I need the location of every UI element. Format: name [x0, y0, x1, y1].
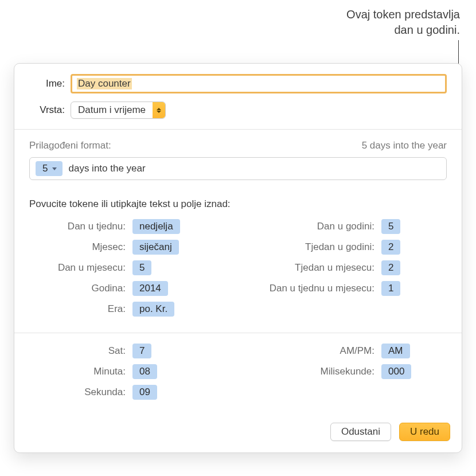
label-era: Era: — [29, 303, 132, 315]
custom-format-dialog: Ime: Day counter Vrsta: Datum i vrijeme … — [14, 63, 462, 453]
date-tokens-section: Povucite tokene ili utipkajte tekst u po… — [14, 190, 462, 333]
token-day-of-week[interactable]: nedjelja — [132, 219, 180, 234]
label-day-of-year: Dan u godini: — [249, 221, 381, 232]
label-millis: Milisekunde: — [249, 366, 381, 377]
format-preview: 5 days into the year — [362, 140, 447, 151]
token-ampm[interactable]: AM — [381, 344, 410, 358]
callout-text: Ovaj token predstavlja dan u godini. — [346, 7, 460, 38]
label-week-of-year: Tjedan u godini: — [249, 241, 381, 253]
type-select[interactable]: Datum i vrijeme — [71, 102, 166, 119]
token-month[interactable]: siječanj — [132, 240, 179, 255]
header-section: Ime: Day counter Vrsta: Datum i vrijeme — [14, 64, 462, 129]
token-hour[interactable]: 7 — [132, 344, 151, 358]
label-week-of-month: Tjedan u mjesecu: — [249, 262, 381, 274]
label-month: Mjesec: — [29, 241, 132, 253]
label-minute: Minuta: — [29, 366, 132, 377]
token-day-of-month[interactable]: 5 — [132, 260, 151, 275]
cancel-button[interactable]: Odustani — [330, 423, 391, 441]
dialog-footer: Odustani U redu — [14, 416, 462, 452]
format-token-day-of-year[interactable]: 5 — [36, 161, 63, 176]
time-tokens-left: Sat:7 Minuta:08 Sekunda:09 — [29, 344, 227, 405]
format-token-value: 5 — [42, 163, 48, 174]
format-suffix-text: days into the year — [68, 163, 145, 174]
time-tokens-section: Sat:7 Minuta:08 Sekunda:09 AM/PM:AM Mili… — [14, 333, 462, 416]
format-label: Prilagođeni format: — [29, 140, 111, 151]
token-era[interactable]: po. Kr. — [132, 302, 174, 317]
label-ampm: AM/PM: — [249, 345, 381, 357]
token-year[interactable]: 2014 — [132, 281, 168, 296]
label-day-of-week: Dan u tjednu: — [29, 221, 132, 232]
date-tokens-right: Dan u godini:5 Tjedan u godini:2 Tjedan … — [249, 219, 447, 322]
label-second: Sekunda: — [29, 387, 132, 398]
name-label: Ime: — [29, 78, 71, 89]
label-year: Godina: — [29, 283, 132, 294]
token-second[interactable]: 09 — [132, 385, 157, 400]
token-millis[interactable]: 000 — [381, 364, 411, 379]
format-section: Prilagođeni format: 5 days into the year… — [14, 129, 462, 190]
type-select-value: Datum i vrijeme — [71, 104, 153, 116]
label-hour: Sat: — [29, 345, 132, 357]
date-tokens-left: Dan u tjednu:nedjelja Mjesec:siječanj Da… — [29, 219, 227, 322]
label-day-of-month: Dan u mjesecu: — [29, 262, 132, 274]
callout-line1: Ovaj token predstavlja — [346, 7, 460, 22]
time-tokens-right: AM/PM:AM Milisekunde:000 — [249, 344, 447, 405]
token-week-of-year[interactable]: 2 — [381, 240, 400, 255]
format-field[interactable]: 5 days into the year — [29, 157, 447, 180]
callout-line2: dan u godini. — [346, 22, 460, 38]
updown-icon — [153, 102, 165, 118]
chevron-down-icon — [52, 167, 57, 170]
name-input-value: Day counter — [77, 78, 132, 89]
ok-button[interactable]: U redu — [399, 423, 450, 441]
label-dow-in-month: Dan u tjednu u mjesecu: — [249, 283, 381, 294]
type-label: Vrsta: — [29, 104, 71, 116]
tokens-hint: Povucite tokene ili utipkajte tekst u po… — [29, 198, 447, 210]
token-day-of-year[interactable]: 5 — [381, 219, 400, 234]
name-input[interactable]: Day counter — [71, 74, 447, 93]
token-week-of-month[interactable]: 2 — [381, 260, 400, 275]
token-minute[interactable]: 08 — [132, 364, 157, 379]
token-dow-in-month[interactable]: 1 — [381, 281, 400, 296]
